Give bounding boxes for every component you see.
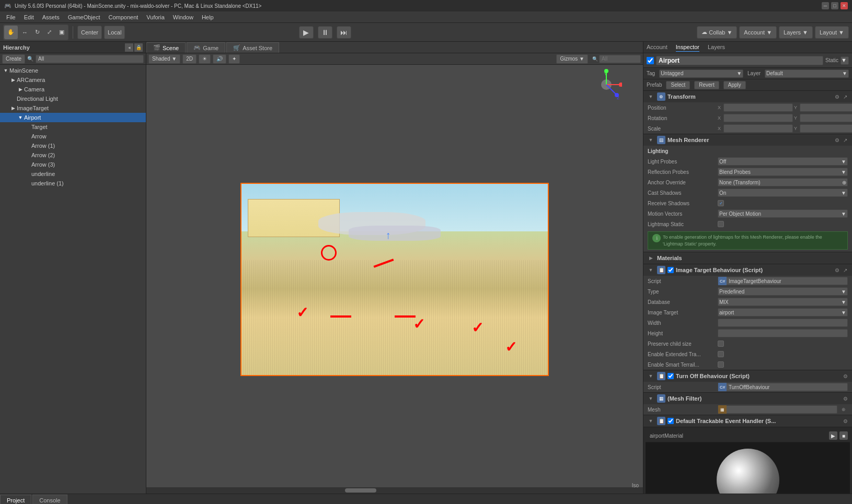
trackable-header[interactable]: ▼ 📋 Default Trackable Event Handler (S..… (643, 415, 852, 427)
layer-dropdown[interactable]: Default ▼ (765, 69, 849, 78)
menu-gameobject[interactable]: GameObject (64, 13, 105, 21)
move-tool[interactable]: ↔ (19, 26, 31, 39)
prefab-apply-button[interactable]: Apply (723, 81, 746, 89)
layers-button[interactable]: Layers ▼ (779, 26, 813, 39)
rect-tool[interactable]: ▣ (56, 26, 67, 39)
tab-scene[interactable]: 🎬 Scene (146, 42, 186, 53)
tab-layers[interactable]: Layers (708, 43, 725, 52)
tab-console[interactable]: Console (32, 495, 67, 504)
pause-button[interactable]: ⏸ (318, 26, 332, 39)
rot-x-input[interactable]: 0 (723, 114, 793, 122)
image-target-gear-icon[interactable]: ⚙ (833, 266, 841, 274)
prefab-select-button[interactable]: Select (666, 81, 690, 89)
motion-vectors-dropdown[interactable]: Per Object Motion ▼ (718, 209, 848, 218)
turnoff-header[interactable]: ▼ 📋 Turn Off Behaviour (Script) ⚙ (643, 370, 852, 382)
it-preserve-checkbox[interactable] (718, 341, 724, 347)
turnoff-gear-icon[interactable]: ⚙ (842, 372, 849, 380)
mesh-renderer-gear-icon[interactable]: ⚙ (833, 136, 841, 144)
receive-shadows-checkbox[interactable] (718, 200, 724, 206)
mesh-field[interactable]: ▦ (718, 405, 837, 414)
hierarchy-collapse[interactable]: ◂ (125, 43, 133, 52)
cast-shadows-dropdown[interactable]: On ▼ (718, 189, 848, 197)
menu-help[interactable]: Help (198, 13, 218, 21)
materials-header[interactable]: ▶ Materials (643, 252, 852, 264)
layout-button[interactable]: Layout ▼ (815, 26, 849, 39)
tree-item-camera[interactable]: ▶ Camera (0, 85, 146, 94)
scene-scrollbar[interactable] (146, 487, 643, 494)
hierarchy-lock[interactable]: 🔒 (134, 43, 143, 52)
account-button[interactable]: Account ▼ (739, 26, 777, 39)
center-button[interactable]: Center (77, 26, 102, 39)
turnoff-enabled[interactable] (667, 373, 674, 379)
gizmos-button[interactable]: Gizmos ▼ (556, 54, 588, 64)
tab-asset-store[interactable]: 🛒 Asset Store (226, 42, 279, 53)
tree-item-airport[interactable]: ▼ Airport (0, 113, 146, 122)
tree-item-directionallight[interactable]: Directional Light (0, 94, 146, 103)
scene-view[interactable]: ✓ ✓ ✓ ✓ ↑ (146, 65, 643, 494)
prefab-revert-button[interactable]: Revert (694, 81, 719, 89)
mesh-filter-header[interactable]: ▼ ▦ (Mesh Filter) ⚙ (643, 393, 852, 404)
menu-component[interactable]: Component (104, 13, 142, 21)
hierarchy-create-button[interactable]: Create (2, 54, 25, 64)
light-probes-dropdown[interactable]: Off ▼ (718, 157, 848, 166)
tree-item-underline1[interactable]: underline (1) (0, 179, 146, 188)
menu-file[interactable]: File (2, 13, 20, 21)
maximize-button[interactable]: □ (831, 2, 838, 9)
light-toggle[interactable]: ☀ (199, 54, 211, 64)
mesh-target-icon[interactable]: ⊕ (839, 405, 848, 414)
it-image-target-dropdown[interactable]: airport ▼ (718, 308, 848, 317)
tree-item-target[interactable]: Target (0, 122, 146, 132)
menu-vuforia[interactable]: Vuforia (142, 13, 168, 21)
lightmap-static-checkbox[interactable] (718, 221, 724, 227)
tab-project[interactable]: Project (0, 495, 31, 504)
minimize-button[interactable]: ─ (822, 2, 829, 9)
shading-dropdown[interactable]: Shaded ▼ (148, 54, 180, 64)
rotate-tool[interactable]: ↻ (32, 26, 43, 39)
preview-stop-button[interactable]: ■ (839, 431, 848, 440)
trackable-gear-icon[interactable]: ⚙ (842, 417, 849, 425)
it-smart-checkbox[interactable] (718, 361, 724, 368)
fx-toggle[interactable]: ✦ (228, 54, 240, 64)
tree-item-arrow2[interactable]: Arrow (2) (0, 150, 146, 160)
image-target-enabled[interactable] (667, 267, 674, 273)
rot-y-input[interactable]: 0 (800, 114, 852, 122)
object-enabled-checkbox[interactable] (647, 57, 654, 64)
pos-x-input[interactable]: 0 (723, 103, 793, 112)
tab-account[interactable]: Account (647, 43, 667, 52)
transform-gear-icon[interactable]: ⚙ (833, 93, 841, 100)
turnoff-script-field[interactable]: C# TurnOffBehaviour (718, 383, 848, 391)
menu-edit[interactable]: Edit (20, 13, 38, 21)
pos-y-input[interactable]: 0 (800, 103, 852, 112)
menu-assets[interactable]: Assets (38, 13, 64, 21)
trackable-enabled[interactable] (667, 418, 674, 424)
transform-section-header[interactable]: ▼ ⊕ Transform ⚙ ↗ (643, 91, 852, 102)
collab-button[interactable]: ☁ Collab ▼ (697, 26, 737, 39)
scale-tool[interactable]: ⤢ (44, 26, 55, 39)
hierarchy-search-input[interactable] (36, 55, 144, 63)
step-button[interactable]: ⏭ (337, 26, 351, 39)
mesh-filter-gear-icon[interactable]: ⚙ (842, 395, 849, 402)
object-name-field[interactable] (656, 56, 823, 65)
scale-y-input[interactable]: 0.2 (800, 124, 852, 133)
tree-item-mainscene[interactable]: ▼ MainScene (0, 66, 146, 75)
anchor-override-dropdown[interactable]: None (Transform) ⊕ (718, 178, 848, 186)
tree-item-imagetarget[interactable]: ▶ ImageTarget (0, 103, 146, 113)
it-extended-checkbox[interactable] (718, 351, 724, 357)
tree-item-arrow3[interactable]: Arrow (3) (0, 160, 146, 169)
tree-item-arrow1[interactable]: Arrow (1) (0, 141, 146, 150)
2d-button[interactable]: 2D (182, 54, 197, 64)
close-button[interactable]: ✕ (841, 2, 848, 9)
scene-scroll-thumb[interactable] (345, 488, 376, 493)
static-dropdown[interactable]: ▼ (841, 56, 849, 65)
mesh-renderer-header[interactable]: ▼ ▤ Mesh Renderer ⚙ ↗ (643, 134, 852, 146)
menu-window[interactable]: Window (169, 13, 198, 21)
tab-inspector[interactable]: Inspector (676, 43, 699, 52)
image-target-header[interactable]: ▼ 📋 Image Target Behaviour (Script) ⚙ ↗ (643, 264, 852, 276)
tree-item-arrow[interactable]: Arrow (0, 132, 146, 141)
tree-item-underline[interactable]: underline (0, 169, 146, 179)
audio-toggle[interactable]: 🔊 (213, 54, 226, 64)
tree-item-arcamera[interactable]: ▶ ARCamera (0, 75, 146, 85)
play-button[interactable]: ▶ (299, 26, 314, 39)
it-height-input[interactable]: 0.130223 (718, 329, 848, 337)
scale-x-input[interactable]: 0.2 (723, 124, 793, 133)
